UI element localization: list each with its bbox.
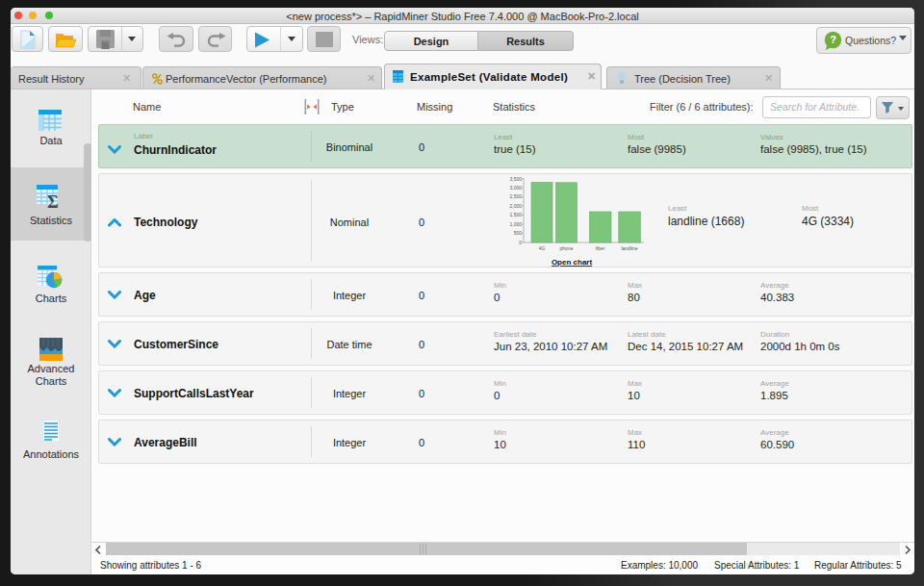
svg-text:500: 500	[514, 230, 523, 236]
svg-text:2,000: 2,000	[509, 203, 522, 209]
svg-text:Σ: Σ	[47, 192, 59, 211]
svg-text:1,500: 1,500	[509, 212, 522, 217]
svg-text:landline: landline	[621, 245, 637, 251]
svg-text:2,500: 2,500	[509, 193, 522, 199]
svg-text:3,500: 3,500	[509, 176, 522, 182]
svg-text:fiber: fiber	[596, 245, 605, 251]
svg-text:3,000: 3,000	[509, 185, 522, 191]
svg-text:phone: phone	[560, 245, 574, 251]
svg-text:?: ?	[830, 34, 836, 45]
svg-text:4G: 4G	[539, 245, 546, 251]
svg-text:0: 0	[519, 240, 522, 245]
svg-text:1,000: 1,000	[509, 221, 522, 227]
svg-text:Open chart: Open chart	[552, 258, 593, 267]
